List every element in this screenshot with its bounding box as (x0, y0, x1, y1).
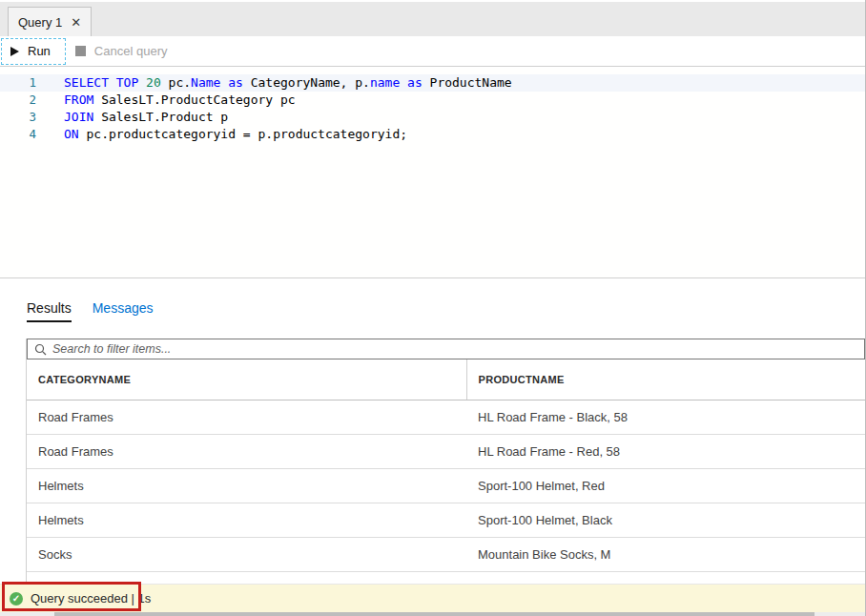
horizontal-scrollbar[interactable] (0, 612, 865, 616)
code-line[interactable]: 4ON pc.productcategoryid = p.productcate… (0, 126, 865, 143)
status-text: Query succeeded | 1s (31, 591, 151, 606)
tab-messages[interactable]: Messages (93, 300, 154, 322)
cancel-query-button[interactable]: Cancel query (75, 44, 168, 58)
sql-editor[interactable]: 1SELECT TOP 20 pc.Name as CategoryName, … (0, 68, 865, 278)
code-text: ON pc.productcategoryid = p.productcateg… (64, 126, 407, 143)
results-grid-container: CATEGORYNAME PRODUCTNAME Road FramesHL R… (26, 339, 865, 582)
results-panel: Results Messages CATEGORYNAME PRODUCTNAM… (0, 278, 865, 584)
query-editor-window: Query 1 ✕ Run Cancel query 1SELECT TOP 2… (0, 0, 866, 616)
tab-results[interactable]: Results (27, 300, 72, 322)
column-header-productname[interactable]: PRODUCTNAME (466, 359, 865, 400)
table-cell[interactable]: Helmets (27, 503, 466, 537)
table-header-row: CATEGORYNAME PRODUCTNAME (27, 359, 865, 400)
filter-search-box (27, 339, 865, 359)
column-header-categoryname[interactable]: CATEGORYNAME (27, 359, 466, 400)
tab-bar: Query 1 ✕ (0, 0, 865, 36)
code-text: SELECT TOP 20 pc.Name as CategoryName, p… (64, 74, 512, 92)
table-row[interactable]: Road FramesHL Road Frame - Red, 58 (27, 434, 865, 468)
table-cell[interactable]: HL Road Frame - Red, 58 (466, 434, 865, 468)
status-bar: ✓ Query succeeded | 1s (0, 584, 865, 612)
line-number: 3 (0, 109, 36, 126)
table-cell[interactable]: Road Frames (27, 400, 466, 434)
table-cell[interactable]: Mountain Bike Socks, M (466, 537, 865, 571)
table-cell[interactable]: Helmets (27, 468, 466, 503)
close-icon[interactable]: ✕ (71, 16, 81, 29)
table-cell[interactable]: Sport-100 Helmet, Red (466, 468, 865, 503)
success-check-icon: ✓ (10, 592, 23, 606)
table-row[interactable]: HelmetsSport-100 Helmet, Red (27, 468, 865, 503)
code-text: FROM SalesLT.ProductCategory pc (64, 92, 296, 109)
table-cell[interactable]: Socks (27, 537, 466, 571)
tab-query-1[interactable]: Query 1 ✕ (8, 7, 92, 36)
cancel-query-label: Cancel query (94, 44, 168, 58)
search-input[interactable] (52, 342, 857, 356)
table-body: Road FramesHL Road Frame - Black, 58Road… (27, 400, 865, 571)
table-row[interactable]: SocksMountain Bike Socks, M (27, 537, 865, 571)
table-row[interactable]: HelmetsSport-100 Helmet, Black (27, 503, 865, 537)
table-cell[interactable]: Sport-100 Helmet, Black (466, 503, 865, 537)
table-cell[interactable]: Road Frames (27, 434, 466, 468)
table-row[interactable]: Road FramesHL Road Frame - Black, 58 (27, 400, 865, 434)
tab-label: Query 1 (18, 15, 62, 30)
editor-lines: 1SELECT TOP 20 pc.Name as CategoryName, … (0, 74, 865, 143)
code-line[interactable]: 3JOIN SalesLT.Product p (0, 109, 865, 126)
run-button-label: Run (28, 44, 51, 58)
stop-icon (75, 46, 86, 56)
search-icon (34, 343, 47, 356)
line-number: 1 (0, 74, 36, 92)
code-line[interactable]: 2FROM SalesLT.ProductCategory pc (0, 92, 865, 109)
line-number: 2 (0, 92, 36, 109)
code-text: JOIN SalesLT.Product p (64, 109, 228, 126)
query-toolbar: Run Cancel query (0, 36, 865, 67)
results-tab-strip: Results Messages (27, 300, 154, 322)
code-line[interactable]: 1SELECT TOP 20 pc.Name as CategoryName, … (0, 74, 865, 92)
results-table: CATEGORYNAME PRODUCTNAME Road FramesHL R… (27, 359, 865, 572)
line-number: 4 (0, 126, 36, 143)
run-button[interactable]: Run (1, 38, 66, 65)
table-cell[interactable]: HL Road Frame - Black, 58 (466, 400, 865, 434)
play-icon (10, 47, 19, 56)
scrollbar-thumb[interactable] (54, 612, 814, 616)
